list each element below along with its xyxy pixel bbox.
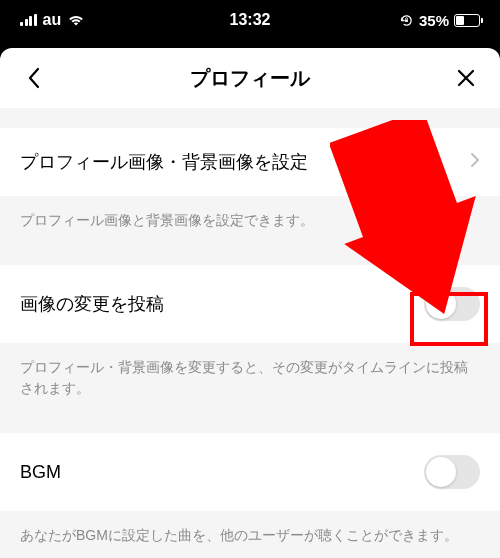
wifi-icon	[67, 13, 85, 27]
orientation-lock-icon	[399, 13, 414, 28]
page-title: プロフィール	[190, 65, 310, 92]
status-left: au	[20, 11, 85, 29]
row-image-settings[interactable]: プロフィール画像・背景画像を設定	[0, 128, 500, 196]
toggle-post-image-change[interactable]	[424, 287, 480, 321]
battery-pct: 35%	[419, 12, 449, 29]
battery-icon	[454, 14, 480, 27]
row-bgm: BGM	[0, 433, 500, 511]
row-label: BGM	[20, 462, 61, 483]
status-bar: au 13:32 35%	[0, 0, 500, 40]
toggle-bgm[interactable]	[424, 455, 480, 489]
page-header: プロフィール	[0, 48, 500, 108]
back-button[interactable]	[20, 64, 48, 92]
status-time: 13:32	[230, 11, 271, 29]
row-post-image-change: 画像の変更を投稿	[0, 265, 500, 343]
toggle-knob	[426, 289, 456, 319]
close-button[interactable]	[452, 64, 480, 92]
status-right: 35%	[399, 12, 480, 29]
toggle-knob	[426, 457, 456, 487]
row-bgm-desc: あなたがBGMに設定した曲を、他のユーザーが聴くことができます。	[0, 511, 500, 558]
row-label: 画像の変更を投稿	[20, 292, 164, 316]
section-gap	[0, 108, 500, 128]
signal-icon	[20, 14, 37, 26]
chevron-right-icon	[470, 152, 480, 173]
section-gap	[0, 245, 500, 265]
row-image-settings-desc: プロフィール画像と背景画像を設定できます。	[0, 196, 500, 245]
row-post-image-change-desc: プロフィール・背景画像を変更すると、その変更がタイムラインに投稿されます。	[0, 343, 500, 413]
row-label: プロフィール画像・背景画像を設定	[20, 150, 308, 174]
svg-rect-0	[405, 19, 408, 21]
section-gap	[0, 413, 500, 433]
carrier-label: au	[43, 11, 62, 29]
